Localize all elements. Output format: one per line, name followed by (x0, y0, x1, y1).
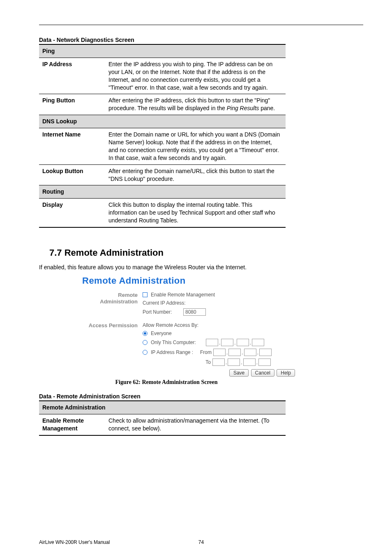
diag-row-label: Lookup Button (39, 164, 105, 185)
remote-row-desc: Check to allow administration/management… (105, 414, 286, 435)
opt-range-label: IP Address Range : (151, 349, 197, 355)
diag-table-title: Data - Network Diagnostics Screen (39, 37, 363, 43)
group-remote-admin-label: Remote Administration (82, 292, 143, 318)
opt-only-this-label: Only This Computer: (151, 340, 204, 345)
section-intro: If enabled, this feature allows you to m… (39, 264, 363, 271)
diag-table: Ping IP Address Enter the IP address you… (39, 44, 286, 228)
opt-everyone-label: Everyone (151, 331, 172, 336)
group-access-permission-label: Access Permission (82, 322, 143, 377)
figure-caption: Figure 62: Remote Administration Screen (39, 379, 294, 386)
diag-row-label: IP Address (39, 58, 105, 94)
screenshot-title: Remote Administration (82, 275, 295, 286)
diag-section-ping: Ping (39, 44, 286, 58)
current-ip-label: Current IP Address: (143, 300, 186, 306)
enable-remote-label: Enable Remote Management (151, 292, 215, 298)
diag-row-label: Internet Name (39, 128, 105, 165)
remote-table: Remote Administration Enable Remote Mana… (39, 400, 286, 436)
port-input[interactable]: 8080 (183, 308, 206, 316)
enable-remote-checkbox[interactable] (143, 292, 148, 297)
range-from-ip-input[interactable]: . . . (213, 349, 272, 356)
allow-access-label: Allow Remote Access By: (143, 322, 198, 328)
port-label: Port Number: (143, 309, 182, 315)
diag-row-desc: After entering the IP address, click thi… (105, 94, 286, 115)
radio-everyone[interactable] (143, 331, 148, 336)
remote-row-label: Enable Remote Management (39, 414, 105, 435)
section-heading: 7.7 Remote Administration (49, 247, 363, 258)
diag-row-desc: Enter the IP address you wish to ping. T… (105, 58, 286, 94)
diag-section-routing: Routing (39, 185, 286, 199)
diag-row-desc: Click this button to display the interna… (105, 199, 286, 227)
diag-row-desc: After entering the Domain name/URL, clic… (105, 164, 286, 185)
radio-only-this[interactable] (143, 340, 148, 345)
remote-table-title: Data - Remote Administration Screen (39, 393, 363, 400)
save-button[interactable]: Save (229, 369, 249, 377)
diag-section-dns: DNS Lookup (39, 115, 286, 128)
diag-row-label: Display (39, 199, 105, 227)
range-to-ip-input[interactable]: . . . (212, 358, 271, 366)
help-button[interactable]: Help (277, 369, 295, 377)
diag-row-label: Ping Button (39, 94, 105, 115)
top-rule (39, 25, 363, 25)
remote-admin-screenshot: Remote Administration Remote Administrat… (82, 275, 295, 377)
page-footer: 74 AirLive WN-200R User's Manual (39, 539, 363, 545)
cancel-button[interactable]: Cancel (251, 369, 274, 377)
from-label: From (198, 349, 212, 355)
page-number: 74 (39, 539, 363, 545)
to-label: To (198, 359, 211, 365)
only-this-ip-input[interactable]: . . . (206, 339, 264, 346)
diag-row-desc: Enter the Domain name or URL for which y… (105, 128, 286, 165)
remote-section-header: Remote Administration (39, 401, 286, 414)
radio-ip-range[interactable] (143, 350, 148, 355)
